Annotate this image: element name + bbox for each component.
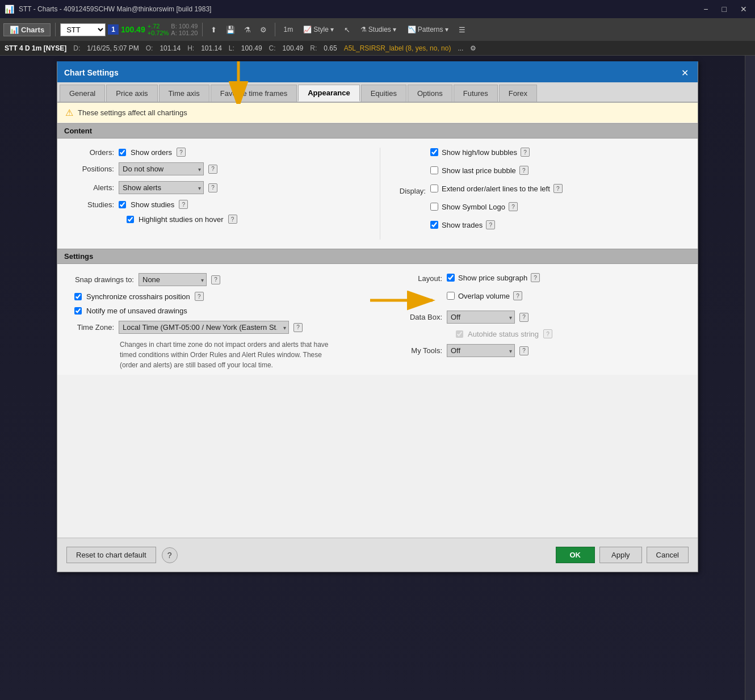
data-box-dropdown[interactable]: Off On	[447, 311, 515, 324]
notify-unsaved-checkbox[interactable]	[74, 307, 82, 315]
show-lastprice-label[interactable]: Show last price bubble	[442, 166, 516, 175]
alerts-help-icon[interactable]: ?	[208, 183, 217, 192]
settings-left-col: Snap drawings to: None OHLC Close ?	[69, 273, 375, 370]
orders-help-icon[interactable]: ?	[177, 148, 186, 157]
show-trades-checkbox[interactable]	[430, 221, 438, 229]
sync-crosshairs-help-icon[interactable]: ?	[195, 292, 204, 301]
close-window-button[interactable]: ✕	[737, 3, 750, 15]
tab-options[interactable]: Options	[408, 85, 452, 102]
cancel-button[interactable]: Cancel	[647, 547, 689, 563]
open-label: O:	[146, 44, 153, 52]
show-highlow-checkbox[interactable]	[430, 148, 438, 156]
minimize-button[interactable]: −	[700, 3, 711, 15]
price-subgraph-help-icon[interactable]: ?	[531, 273, 540, 282]
notify-unsaved-row: Notify me of unsaved drawings	[74, 307, 364, 315]
range-value: 0.65	[324, 44, 337, 52]
cursor-button[interactable]: ↖	[341, 24, 354, 35]
patterns-icon: 📉	[408, 26, 416, 33]
sync-crosshairs-label[interactable]: Synchronize crosshairs position	[86, 292, 190, 301]
tab-price-axis[interactable]: Price axis	[106, 85, 157, 102]
autohide-checkbox[interactable]	[456, 330, 463, 338]
show-symbol-logo-checkbox[interactable]	[430, 203, 438, 211]
my-tools-help-icon[interactable]: ?	[519, 346, 528, 355]
title-bar-title: STT - Charts - 40912459SCHW Main@thinkor…	[19, 5, 211, 13]
save-button[interactable]: 💾	[223, 24, 238, 35]
alerts-dropdown[interactable]: Show alerts Do not show	[119, 181, 204, 194]
share-button[interactable]: ⬆	[207, 24, 220, 35]
timeframe-button[interactable]: 1m	[280, 24, 296, 35]
apply-button[interactable]: Apply	[599, 547, 642, 563]
sync-crosshairs-checkbox[interactable]	[74, 293, 82, 300]
tab-time-axis[interactable]: Time axis	[159, 85, 209, 102]
overlap-volume-help-icon[interactable]: ?	[513, 291, 522, 300]
show-studies-checkbox[interactable]	[119, 201, 126, 208]
positions-dropdown[interactable]: Do not show Show positions Show P&L	[119, 162, 204, 175]
show-symbol-logo-label[interactable]: Show Symbol Logo	[442, 203, 505, 211]
lastprice-help-icon[interactable]: ?	[519, 166, 528, 175]
tab-favorite-timeframes[interactable]: Favorite time frames	[211, 85, 297, 102]
layout-label: Layout:	[397, 273, 442, 283]
snap-drawings-dropdown[interactable]: None OHLC Close	[139, 273, 207, 286]
flask-button[interactable]: ⚗	[241, 24, 254, 35]
title-bar: 📊 STT - Charts - 40912459SCHW Main@think…	[0, 0, 755, 18]
studies-help-icon[interactable]: ?	[179, 200, 188, 209]
menu-button[interactable]: ☰	[455, 24, 469, 35]
data-box-row: Data Box: Off On ?	[397, 311, 686, 324]
show-highlow-label[interactable]: Show high/low bubbles	[442, 148, 517, 157]
extend-order-checkbox[interactable]	[430, 185, 438, 192]
maximize-button[interactable]: □	[719, 3, 730, 15]
info-bar: STT 4 D 1m [NYSE] D: 1/16/25, 5:07 PM O:…	[0, 41, 755, 56]
timezone-help-icon[interactable]: ?	[293, 323, 303, 332]
highlight-studies-checkbox[interactable]	[127, 216, 134, 223]
notify-unsaved-label[interactable]: Notify me of unsaved drawings	[86, 307, 187, 315]
tab-forex[interactable]: Forex	[499, 85, 537, 102]
overlap-volume-row: Overlap volume ?	[447, 291, 540, 300]
show-price-subgraph-checkbox[interactable]	[447, 274, 455, 282]
tab-appearance[interactable]: Appearance	[298, 85, 359, 102]
highlight-studies-label[interactable]: Highlight studies on hover	[139, 215, 224, 224]
show-lastprice-checkbox[interactable]	[430, 166, 438, 174]
timezone-row: Time Zone: Local Time (GMT-05:00 / New Y…	[69, 321, 364, 334]
positions-help-icon[interactable]: ?	[208, 165, 217, 174]
tab-futures[interactable]: Futures	[454, 85, 498, 102]
show-price-subgraph-label[interactable]: Show price subgraph	[458, 274, 527, 282]
autohide-help-icon[interactable]: ?	[543, 329, 552, 338]
reset-button[interactable]: Reset to chart default	[66, 547, 156, 563]
modal-title: Chart Settings	[64, 68, 119, 77]
help-button[interactable]: ?	[162, 547, 178, 563]
show-trades-help-icon[interactable]: ?	[486, 220, 495, 229]
studies-button[interactable]: ⚗ Studies ▾	[356, 24, 401, 35]
orders-row: Orders: Show orders ?	[69, 148, 364, 157]
show-trades-label[interactable]: Show trades	[442, 221, 483, 229]
symbol-selector[interactable]: STT	[60, 23, 106, 36]
patterns-button[interactable]: 📉 Patterns ▾	[403, 24, 453, 35]
show-studies-label[interactable]: Show studies	[131, 200, 174, 209]
my-tools-dropdown[interactable]: Off On	[447, 344, 515, 357]
chart-settings-icon[interactable]: ⚙	[470, 44, 476, 52]
alerts-label: Alerts:	[69, 183, 114, 192]
extend-order-label[interactable]: Extend order/alert lines to the left	[442, 185, 550, 193]
show-orders-label[interactable]: Show orders	[131, 148, 172, 157]
extend-order-help-icon[interactable]: ?	[553, 184, 563, 193]
tab-general[interactable]: General	[60, 85, 105, 102]
modal-tabs: General Price axis Time axis Favorite ti…	[57, 82, 698, 103]
charts-tab[interactable]: 📊 Charts	[3, 23, 51, 36]
symbol-logo-help-icon[interactable]: ?	[509, 202, 518, 211]
modal-close-button[interactable]: ✕	[679, 68, 691, 78]
overlap-volume-checkbox[interactable]	[447, 292, 455, 300]
show-orders-checkbox[interactable]	[119, 149, 126, 156]
data-box-help-icon[interactable]: ?	[519, 313, 528, 322]
content-two-col: Orders: Show orders ? Positions:	[69, 148, 686, 240]
snap-drawings-help-icon[interactable]: ?	[211, 275, 220, 284]
tab-equities[interactable]: Equities	[361, 85, 406, 102]
style-button[interactable]: 📈 Style ▾	[299, 24, 338, 35]
lastprice-row: Show last price bubble ?	[430, 166, 563, 175]
ok-button[interactable]: OK	[556, 547, 595, 563]
timezone-dropdown[interactable]: Local Time (GMT-05:00 / New York (Easter…	[119, 321, 289, 334]
data-box-dropdown-wrapper: Off On	[447, 311, 515, 324]
overlap-volume-label[interactable]: Overlap volume	[458, 292, 510, 300]
highlight-studies-help-icon[interactable]: ?	[228, 215, 237, 224]
highlow-help-icon[interactable]: ?	[521, 148, 530, 157]
gear-button[interactable]: ⚙	[257, 24, 270, 35]
low-label: L:	[229, 44, 234, 52]
